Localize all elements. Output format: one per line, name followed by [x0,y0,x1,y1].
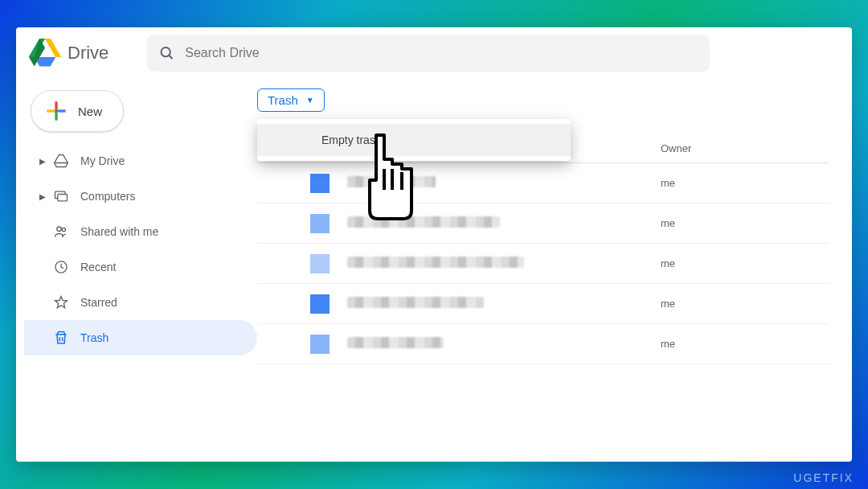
search-icon [158,44,175,62]
svg-point-19 [62,228,65,231]
chevron-right-icon: ▶ [35,157,50,166]
star-icon [50,294,72,310]
app-window: Drive New ▶ [16,27,852,462]
svg-point-18 [57,227,61,231]
svg-rect-17 [58,195,68,201]
table-row[interactable]: me [257,324,829,364]
column-owner[interactable]: Owner [661,142,789,154]
sidebar-item-label: Starred [80,296,117,309]
recent-icon [50,259,72,275]
table-row[interactable]: me [257,244,829,284]
main-panel: Trash ▼ Empty trash Name Owner me me [257,79,852,462]
file-thumbnail [310,294,330,314]
sidebar-item-computers[interactable]: ▶ Computers [24,179,257,214]
table-row[interactable]: me [257,284,829,324]
owner-cell: me [661,217,789,229]
trash-dropdown: Empty trash [257,119,571,161]
owner-cell: me [661,298,789,310]
svg-marker-14 [55,155,68,167]
svg-rect-9 [55,101,57,109]
file-name [347,257,661,270]
sidebar-item-label: Computers [80,190,135,203]
body: New ▶ My Drive ▶ Computers [16,79,852,462]
new-button[interactable]: New [31,90,124,132]
breadcrumb-label: Trash [268,93,298,107]
chevron-right-icon: ▶ [35,192,50,201]
computers-icon [50,188,72,204]
sidebar-item-shared[interactable]: Shared with me [24,214,257,249]
file-name [347,337,661,351]
chevron-down-icon: ▼ [306,96,314,105]
file-thumbnail [310,214,330,233]
owner-cell: me [661,177,789,189]
drive-logo[interactable]: Drive [29,39,108,68]
file-thumbnail [310,174,330,193]
sidebar-item-label: Recent [80,261,116,273]
drive-icon [29,39,61,68]
sidebar-item-label: Trash [80,331,108,344]
file-name [347,216,661,230]
svg-rect-12 [58,109,66,112]
table-row[interactable]: me [257,203,829,244]
new-button-label: New [78,105,102,118]
shared-icon [50,224,72,240]
svg-rect-10 [55,113,57,121]
search-input[interactable] [185,46,698,60]
header: Drive [16,27,852,79]
breadcrumb-trash-button[interactable]: Trash ▼ [257,88,325,112]
file-thumbnail [310,335,330,354]
sidebar-item-recent[interactable]: Recent [24,249,257,285]
sidebar-item-my-drive[interactable]: ▶ My Drive [24,143,257,179]
search-bar[interactable] [147,35,710,72]
sidebar-item-label: Shared with me [80,225,158,238]
svg-line-8 [170,55,173,59]
empty-trash-item[interactable]: Empty trash [257,124,571,156]
file-name [347,176,661,190]
sidebar: New ▶ My Drive ▶ Computers [16,79,257,462]
drive-icon [50,153,72,169]
owner-cell: me [661,257,789,269]
sidebar-item-label: My Drive [80,154,125,167]
svg-point-7 [162,47,170,56]
plus-icon [44,99,68,123]
app-name: Drive [68,43,108,64]
sidebar-item-starred[interactable]: Starred [24,285,257,320]
watermark: UGETFIX [793,471,854,484]
svg-rect-13 [55,109,57,112]
trash-icon [50,330,72,346]
file-name [347,297,661,310]
svg-rect-11 [47,109,55,112]
file-thumbnail [310,254,330,273]
table-row[interactable]: me [257,163,829,203]
svg-marker-21 [55,297,68,308]
sidebar-item-trash[interactable]: Trash [24,320,257,355]
owner-cell: me [661,338,789,350]
